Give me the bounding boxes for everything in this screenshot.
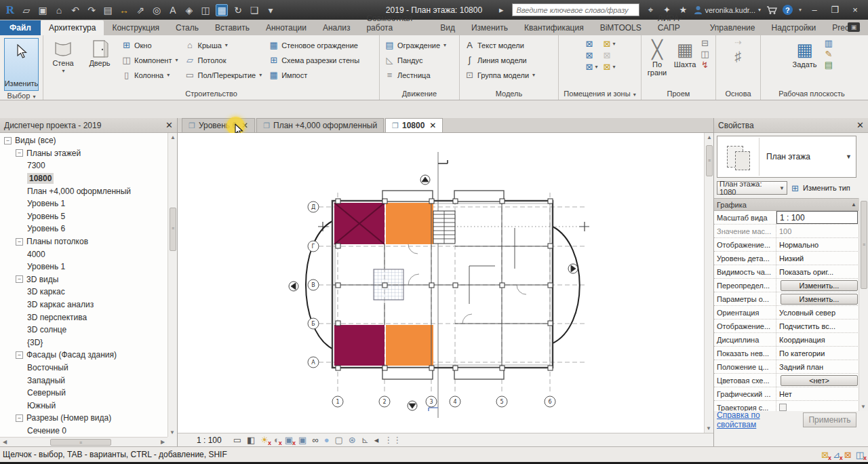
collapse-icon[interactable]: − (16, 275, 23, 283)
model-text-button[interactable]: AТекст модели (462, 38, 537, 52)
level-icon[interactable]: ⇢ (733, 37, 743, 47)
property-row[interactable]: Показать нев... По категории (714, 347, 859, 360)
tree-node[interactable]: − Восточный (0, 362, 167, 374)
minimize-button[interactable]: – (807, 4, 822, 16)
wall-button[interactable]: Стена▾ (46, 37, 80, 75)
props-scroll-down-icon[interactable]: ▼ (859, 404, 868, 410)
window-button[interactable]: ⊞Окно (119, 38, 180, 52)
ribbon-tab[interactable]: BiMTOOLS (592, 20, 650, 35)
property-row[interactable]: Видимость ча... Показать ориг... (714, 265, 859, 279)
shaft-button[interactable]: ▦Шахта (671, 37, 698, 69)
component-button[interactable]: ◫Компонент▾ (119, 53, 180, 67)
ribbon-tab[interactable]: Precast (824, 20, 868, 35)
property-row[interactable]: Уровень дета... Низкий (714, 252, 859, 265)
area-boundary-icon[interactable]: ⊠▾ (602, 62, 616, 72)
grid-icon[interactable]: ♯ (735, 49, 742, 64)
panel-label-workplane[interactable]: Рабочая плоскость (761, 89, 863, 100)
section-collapse-icon[interactable]: ▲ (851, 201, 856, 208)
3d-view-icon[interactable]: ◈ (183, 4, 195, 16)
tree-node[interactable]: − 3D перспектива (0, 311, 167, 324)
ribbon-tab[interactable]: Анализ (315, 20, 359, 35)
roof-button[interactable]: ⌂Крыша▾ (182, 38, 264, 52)
tree-node[interactable]: − Северный (0, 387, 167, 400)
user-account[interactable]: veronika.kudr... ▾ (694, 5, 761, 14)
section-icon[interactable]: ◫ (199, 4, 212, 16)
design-options-icon[interactable]: ⊿ x (833, 450, 840, 460)
project-browser-header[interactable]: Диспетчер проекта - 2019 ✕ (0, 118, 177, 133)
property-row[interactable]: Отображение... Нормально (714, 238, 859, 252)
close-button[interactable]: × (848, 4, 863, 16)
crop-view-icon[interactable]: ▣ x (285, 435, 293, 445)
ribbon-display-toggle-icon[interactable]: ▣ (848, 22, 860, 32)
ribbon-tab[interactable]: Совместная работа (358, 11, 432, 35)
grip-icon[interactable]: ⋮⋮ x (384, 435, 401, 445)
properties-vertical-scrollbar[interactable]: ≡ ▼ (859, 198, 868, 411)
ref-plane-icon[interactable]: ✎ (824, 49, 834, 59)
railing-button[interactable]: ▤Ограждение▾ (382, 38, 448, 52)
canvas-scroll-down-icon[interactable]: ▼ (704, 425, 713, 431)
area-plan-icon[interactable]: ⊠▾ (584, 62, 597, 72)
plan-canvas[interactable]: Д Г В Б А 1 2 3 4 5 6 (178, 133, 704, 433)
ribbon-tab[interactable]: Вид (432, 20, 463, 35)
property-row[interactable]: Положение ц... Задний план (714, 360, 859, 374)
constraints-icon[interactable]: ▢ x (335, 435, 343, 445)
ribbon-tab[interactable]: Сталь (167, 20, 207, 35)
area-icon[interactable]: ⊠▾ (602, 50, 616, 60)
search-arrow-icon[interactable]: ▸ (496, 5, 507, 16)
sun-path-icon[interactable]: ☀ x (260, 435, 269, 445)
type-combo-box[interactable]: План этажа: 1080 ▼ (717, 181, 787, 195)
tree-node[interactable]: − 3D солнце (0, 324, 167, 336)
set-workplane-button[interactable]: ▦Задать (790, 37, 820, 69)
user-dropdown-icon[interactable]: ▾ (758, 7, 761, 13)
panel-label-rooms[interactable]: Помещения и зоны ▾ (559, 89, 641, 100)
tree-node[interactable]: − План +4,000 оформленный (0, 185, 167, 197)
tree-node[interactable]: − 3D виды (0, 273, 167, 286)
revit-logo-icon[interactable]: R (4, 4, 16, 16)
tree-node[interactable]: − Южный (0, 399, 167, 412)
tree-node[interactable]: − 3D каркас анализ (0, 298, 167, 311)
browser-vertical-scrollbar[interactable]: ▲ ≡ ▼ (167, 133, 177, 437)
property-row[interactable]: Масштаб вида 1 : 100 (714, 211, 859, 225)
property-row[interactable]: Ориентация Условный север (714, 306, 859, 320)
wall-opening-icon[interactable]: ⊟ (700, 38, 710, 48)
home-icon[interactable]: ⌂ (53, 4, 65, 16)
tag-icon[interactable]: ◎ (151, 4, 163, 16)
property-row[interactable]: Параметры о... Изменить... (714, 292, 859, 306)
tree-node[interactable]: − 10800 (0, 172, 167, 185)
close-browser-icon[interactable]: ✕ (165, 120, 173, 130)
panel-label-build[interactable]: Строительство (43, 89, 379, 100)
tree-node[interactable]: − Планы потолков (0, 235, 167, 248)
measure-lock-icon[interactable]: ⊾ x (361, 435, 369, 445)
close-properties-icon[interactable]: ✕ (856, 120, 864, 130)
door-button[interactable]: Дверь (83, 37, 117, 67)
active-only-icon[interactable]: ⊠ x (844, 450, 852, 460)
sync-icon[interactable]: ↻ (232, 4, 244, 16)
restore-button[interactable]: ❐ (827, 4, 842, 16)
tree-node[interactable]: − Уровень 1 (0, 197, 167, 210)
tree-node[interactable]: − {3D} (0, 336, 167, 349)
tree-node[interactable]: − Планы этажей (0, 147, 167, 160)
collapse-icon[interactable]: − (16, 351, 23, 359)
worksharing-icon[interactable]: ⊛ x (349, 435, 356, 445)
property-row[interactable]: Графический ... Нет (714, 387, 859, 401)
panel-label-opening[interactable]: Проем (642, 89, 715, 100)
search-input[interactable] (512, 3, 639, 16)
undo-icon[interactable]: ↶ (69, 4, 81, 16)
panel-label-select[interactable]: Выбор ▾ (0, 91, 43, 100)
type-selector[interactable]: План этажа ▼ (717, 136, 856, 178)
select-filter-icon[interactable]: ◫ x (856, 450, 864, 460)
ribbon-tab[interactable]: Вставить (207, 20, 258, 35)
print-icon[interactable]: ▤ (102, 4, 114, 16)
browser-horizontal-scrollbar[interactable]: ◀ ≡ ▶ (0, 437, 167, 446)
reveal-hidden-icon[interactable]: ● x (324, 435, 330, 445)
collapse-icon[interactable]: ◂ x (374, 435, 379, 445)
panel-label-datum[interactable]: Основа (716, 89, 760, 100)
apply-button[interactable]: Применить (803, 412, 856, 427)
show-workplane-icon[interactable]: ▥ (824, 38, 834, 48)
scroll-up-icon[interactable]: ▲ (168, 133, 178, 140)
edit-type-button[interactable]: ⊞ Изменить тип (790, 183, 850, 193)
default-3d-icon[interactable]: ▦ (216, 4, 228, 16)
property-row[interactable]: Дисциплина Координация (714, 333, 859, 347)
room-separator-icon[interactable]: ⊠▾ (602, 39, 616, 49)
properties-help-link[interactable]: Справка по свойствам (717, 410, 799, 429)
